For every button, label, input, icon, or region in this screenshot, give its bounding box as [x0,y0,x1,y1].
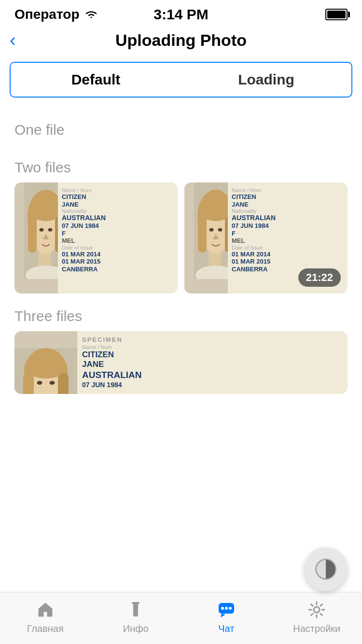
status-time: 3:14 PM [153,6,208,23]
p3-nat: AUSTRALIAN [82,370,343,381]
segment-default[interactable]: Default [11,63,181,97]
timestamp-badge-2: 21:22 [298,268,341,287]
svg-point-49 [229,607,232,610]
svg-point-19 [40,228,44,232]
p2a-nat: AUSTRALIAN [62,214,173,222]
svg-point-40 [50,381,55,385]
passport-content-2a: Name / Nom CITIZEN JANE Nationality AUST… [14,182,178,294]
p3-specimen: SPECIMEN [82,336,343,343]
carrier-label: Оператор [14,7,80,22]
svg-line-56 [320,614,322,616]
svg-point-45 [134,603,137,606]
p3-given: JANE [82,360,343,369]
passport-info-2a: Name / Nom CITIZEN JANE Nationality AUST… [62,187,173,289]
svg-point-39 [37,381,42,385]
back-button[interactable]: ‹ [10,31,21,49]
header: ‹ Uploading Photo [0,26,362,57]
svg-line-58 [320,604,322,606]
p2a-expiry: 01 MAR 2015 [62,258,173,266]
home-icon [35,599,56,620]
tab-chat[interactable]: Чат [181,599,272,634]
battery-area [325,9,348,20]
tab-settings[interactable]: Настройки [272,599,362,634]
settings-icon [306,599,327,620]
segment-control: Default Loading [10,62,352,98]
passport-photo-2a [14,182,58,294]
p2a-dob: 07 JUN 1984 [62,222,173,230]
tab-home-label: Главная [27,623,64,634]
p2a-issue: 01 MAR 2014 [62,251,173,258]
tab-home[interactable]: Главная [0,599,91,634]
p2b-sex: F [232,230,343,238]
passport-content-3: SPECIMEN Name / Nom CITIZEN JANE AUSTRAL… [14,331,348,394]
passport-info-3: SPECIMEN Name / Nom CITIZEN JANE AUSTRAL… [82,336,343,389]
wifi-icon [84,10,98,19]
carrier-wifi: Оператор [14,7,98,22]
svg-point-50 [314,607,320,613]
chat-icon [216,599,237,620]
battery-fill [327,11,346,18]
p2b-dob: 07 JUN 1984 [232,222,343,230]
tab-info[interactable]: Инфо [91,599,181,634]
p2a-sex: F [62,230,173,238]
content-area: One file [0,107,362,452]
status-bar: Оператор 3:14 PM [0,0,362,26]
svg-rect-28 [225,216,228,252]
p2b-name: CITIZEN [232,193,343,201]
three-file-card-1: SPECIMEN Name / Nom CITIZEN JANE AUSTRAL… [14,331,348,394]
section-two-files-label: Two files [0,150,362,182]
svg-rect-37 [23,373,34,394]
p2a-name: CITIZEN [62,193,173,201]
svg-rect-18 [55,216,58,252]
svg-point-47 [221,607,224,610]
battery-icon [325,9,348,20]
p3-dob: 07 JUN 1984 [82,381,343,389]
p2a-given: JANE [62,201,173,209]
p2a-place: CANBERRA [62,266,173,273]
p2b-issue: 01 MAR 2014 [232,251,343,258]
passport-photo-2b [184,182,228,294]
svg-line-57 [311,614,313,616]
p2b-expiry: 01 MAR 2015 [232,258,343,266]
svg-rect-27 [198,216,207,252]
passport-photo-3 [14,331,77,394]
segment-loading[interactable]: Loading [181,63,351,97]
svg-line-55 [311,604,313,606]
svg-point-48 [225,607,228,610]
p2b-nat: AUSTRALIAN [232,214,343,222]
tab-chat-label: Чат [218,623,234,634]
svg-point-20 [48,228,53,232]
brightness-icon [314,557,338,581]
p3-name: CITIZEN [82,350,343,360]
p2b-mel: MEL [232,237,343,245]
tab-settings-label: Настройки [293,623,340,634]
page-title: Uploading Photo [115,31,247,50]
section-one-file-label: One file [0,112,362,145]
p2b-given: JANE [232,201,343,209]
two-file-card-2: Name / Nom CITIZEN JANE Nationality AUST… [184,182,348,294]
p2a-mel: MEL [62,237,173,245]
fab-button[interactable] [304,547,348,591]
two-file-card-1: Name / Nom CITIZEN JANE Nationality AUST… [14,182,178,294]
svg-point-29 [209,228,214,232]
tab-info-label: Инфо [123,623,149,634]
section-three-files-label: Three files [0,298,362,331]
svg-rect-17 [28,216,37,252]
tab-bar: Главная Инфо Чат [0,592,362,644]
svg-rect-38 [58,373,69,394]
svg-point-30 [218,228,223,232]
two-files-grid: Name / Nom CITIZEN JANE Nationality AUST… [14,182,348,294]
info-icon [125,599,146,620]
